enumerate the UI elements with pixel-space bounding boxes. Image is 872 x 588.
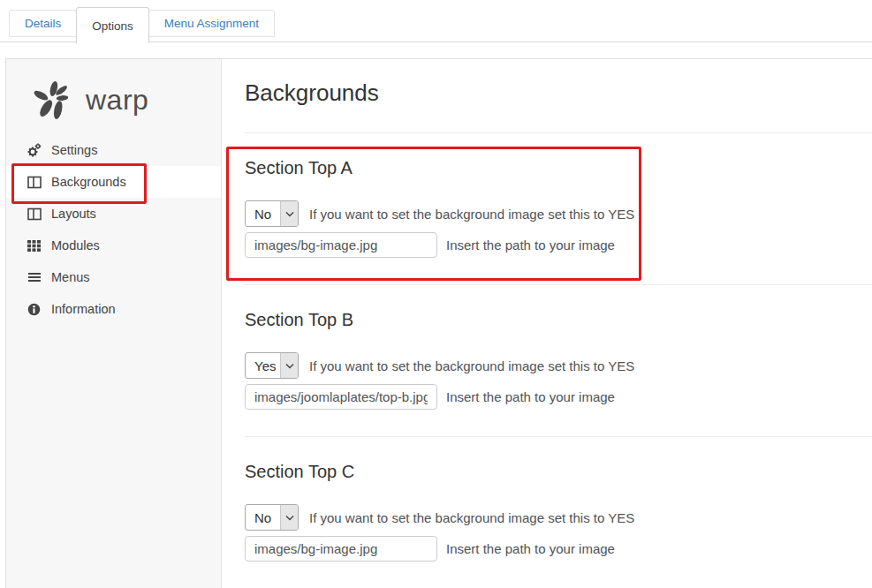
chevron-down-icon [280, 201, 298, 226]
sidebar-item-modules[interactable]: Modules [6, 230, 221, 261]
tab-options[interactable]: Options [76, 7, 149, 43]
title-wrap: Backgrounds [245, 59, 872, 133]
sidebar-item-label: Menus [51, 270, 90, 284]
input-help-text: Insert the path to your image [446, 541, 615, 556]
sidebar-item-label: Layouts [51, 207, 96, 221]
section-top-b: Section Top B Yes If you want to set the… [245, 285, 872, 437]
select-help-text: If you want to set the background image … [309, 510, 634, 525]
sidebar-item-label: Information [51, 302, 116, 316]
section-a-image-path-input[interactable] [245, 232, 437, 258]
sidebar-item-menus[interactable]: Menus [6, 261, 221, 293]
sidebar-item-backgrounds[interactable]: Backgrounds [6, 166, 221, 198]
select-value: No [246, 201, 280, 226]
columns-icon [27, 176, 42, 189]
info-icon [27, 303, 42, 316]
sidebar-item-information[interactable]: Information [6, 293, 221, 325]
tab-menu-assignment[interactable]: Menu Assignment [148, 10, 275, 37]
sidebar-nav: Settings Backgrounds L [6, 134, 221, 325]
section-top-c: Section Top C No If you want to set the … [245, 437, 872, 588]
section-top-a: Section Top A No If you want to set the … [245, 133, 872, 285]
input-help-text: Insert the path to your image [446, 237, 615, 253]
chevron-down-icon [280, 353, 298, 378]
grid-icon [27, 239, 42, 253]
section-a-background-select[interactable]: No [245, 200, 299, 227]
input-help-text: Insert the path to your image [446, 389, 615, 404]
section-heading: Section Top A [245, 156, 872, 179]
bars-icon [27, 271, 42, 283]
section-b-background-select[interactable]: Yes [245, 352, 299, 379]
section-c-image-path-input[interactable] [245, 536, 437, 562]
sidebar-item-settings[interactable]: Settings [6, 134, 221, 166]
tab-bar: Details Options Menu Assignment [0, 0, 872, 42]
logo-text: warp [86, 84, 148, 117]
select-value: No [246, 505, 280, 530]
warp-leaf-logo-icon [27, 76, 75, 124]
main-content: Backgrounds Section Top A No If you want… [222, 59, 872, 588]
page-title: Backgrounds [245, 79, 872, 108]
section-heading: Section Top B [245, 308, 872, 331]
section-b-image-path-input[interactable] [245, 384, 437, 410]
tab-details[interactable]: Details [9, 10, 77, 37]
select-value: Yes [246, 353, 280, 378]
sidebar: warp Settings [6, 59, 222, 588]
sidebar-item-label: Modules [51, 238, 100, 253]
warp-logo: warp [6, 59, 221, 125]
options-panel: warp Settings [5, 58, 872, 588]
sidebar-item-layouts[interactable]: Layouts [6, 198, 221, 230]
cogs-icon [27, 143, 42, 157]
chevron-down-icon [280, 505, 298, 530]
select-help-text: If you want to set the background image … [309, 207, 634, 222]
columns-icon [27, 207, 42, 221]
sidebar-item-label: Backgrounds [51, 175, 126, 189]
sidebar-item-label: Settings [51, 143, 97, 157]
select-help-text: If you want to set the background image … [309, 358, 634, 373]
section-c-background-select[interactable]: No [245, 504, 299, 531]
section-heading: Section Top C [245, 460, 872, 483]
